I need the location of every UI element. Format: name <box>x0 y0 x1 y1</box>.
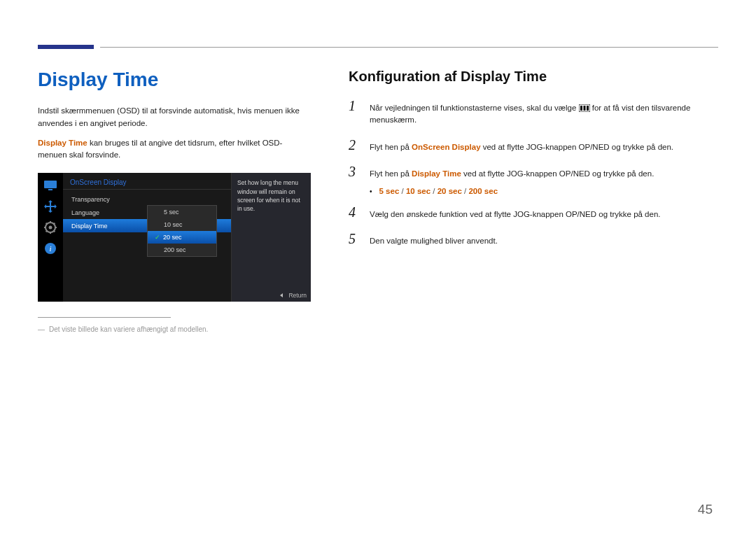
osd-screenshot: i OnScreen Display Transparency On Langu… <box>38 173 311 302</box>
step-number: 4 <box>349 205 360 219</box>
step-number: 5 <box>349 232 360 246</box>
step-1: 1 Når vejledningen til funktionstasterne… <box>349 99 718 127</box>
display-time-label: Display Time <box>412 169 461 178</box>
osd-return: Return <box>279 292 307 299</box>
gear-icon <box>43 220 57 234</box>
checkmark-icon: ✓ <box>155 234 160 241</box>
svg-point-3 <box>49 226 52 230</box>
svg-rect-16 <box>583 106 585 111</box>
step-number: 2 <box>349 138 360 152</box>
onscreen-display-label: OnScreen Display <box>412 143 480 151</box>
section-heading: Konfiguration af Display Time <box>349 69 718 85</box>
page-title: Display Time <box>38 69 311 91</box>
time-options: 5 sec / 10 sec / 20 sec / 200 sec <box>379 187 498 195</box>
osd-help-panel: Set how long the menu window will remain… <box>231 173 311 302</box>
header-rule <box>100 47 718 48</box>
osd-sub-20sec: ✓20 sec <box>148 231 216 244</box>
intro-text: Indstil skærmmenuen (OSD) til at forsvin… <box>38 105 311 130</box>
svg-rect-15 <box>580 106 582 111</box>
footnote-dash: ― <box>38 325 45 335</box>
step-number: 1 <box>349 99 360 113</box>
footnote: ― Det viste billede kan variere afhængig… <box>38 325 311 335</box>
svg-rect-17 <box>587 106 589 111</box>
description-text: Display Time kan bruges til at angive de… <box>38 137 311 162</box>
osd-sub-5sec: 5 sec <box>148 206 216 218</box>
header-accent-bar <box>38 45 94 49</box>
step-2: 2 Flyt hen på OnScreen Display ved at fl… <box>349 138 718 153</box>
footnote-rule <box>38 317 171 318</box>
bullet-icon: • <box>370 188 372 195</box>
info-icon: i <box>43 241 57 255</box>
move-icon <box>43 199 57 213</box>
menu-grid-icon <box>579 104 590 112</box>
osd-help-text: Set how long the menu window will remain… <box>237 178 305 213</box>
osd-sub-200sec: 200 sec <box>148 244 216 256</box>
page-number: 45 <box>698 502 713 517</box>
osd-sidebar: i <box>38 173 63 302</box>
osd-submenu: 5 sec 10 sec ✓20 sec 200 sec <box>147 205 217 257</box>
svg-text:i: i <box>49 244 51 253</box>
display-time-label: Display Time <box>38 139 88 147</box>
svg-rect-0 <box>44 181 57 188</box>
options-bullet: • 5 sec / 10 sec / 20 sec / 200 sec <box>370 187 718 195</box>
monitor-icon <box>43 178 57 192</box>
osd-main-panel: OnScreen Display Transparency On Languag… <box>63 173 311 302</box>
svg-rect-1 <box>48 189 52 190</box>
step-3: 3 Flyt hen på Display Time ved at flytte… <box>349 164 718 180</box>
step-5: 5 Den valgte mulighed bliver anvendt. <box>349 232 718 247</box>
step-4: 4 Vælg den ønskede funktion ved at flytt… <box>349 205 718 220</box>
return-arrow-icon <box>279 293 284 298</box>
osd-sub-10sec: 10 sec <box>148 218 216 231</box>
step-number: 3 <box>349 164 360 178</box>
